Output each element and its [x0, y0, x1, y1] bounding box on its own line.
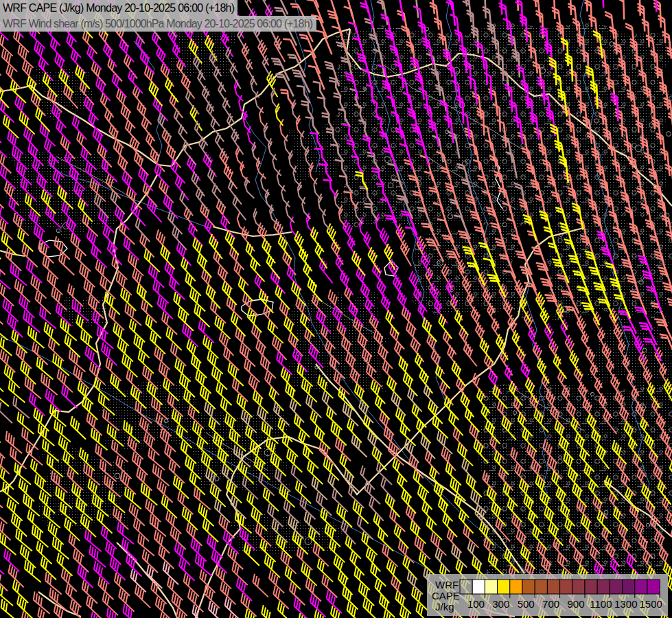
- svg-text:500: 500: [518, 598, 535, 610]
- svg-text:WRF CAPE (J/kg) Monday 20-10-2: WRF CAPE (J/kg) Monday 20-10-2025 06:00 …: [3, 2, 235, 14]
- svg-text:J/kg: J/kg: [435, 601, 454, 613]
- svg-text:CAPE: CAPE: [432, 590, 460, 602]
- svg-text:900: 900: [567, 598, 584, 610]
- svg-text:300: 300: [492, 598, 509, 610]
- svg-text:100: 100: [467, 598, 485, 610]
- svg-text:1100: 1100: [590, 598, 612, 610]
- svg-text:1300: 1300: [614, 598, 637, 610]
- svg-text:WRF Wind shear (m/s) 500/1000h: WRF Wind shear (m/s) 500/1000hPa Monday …: [3, 18, 313, 30]
- svg-text:700: 700: [542, 598, 559, 610]
- svg-text:1500: 1500: [640, 598, 662, 610]
- svg-text:WRF: WRF: [435, 579, 459, 591]
